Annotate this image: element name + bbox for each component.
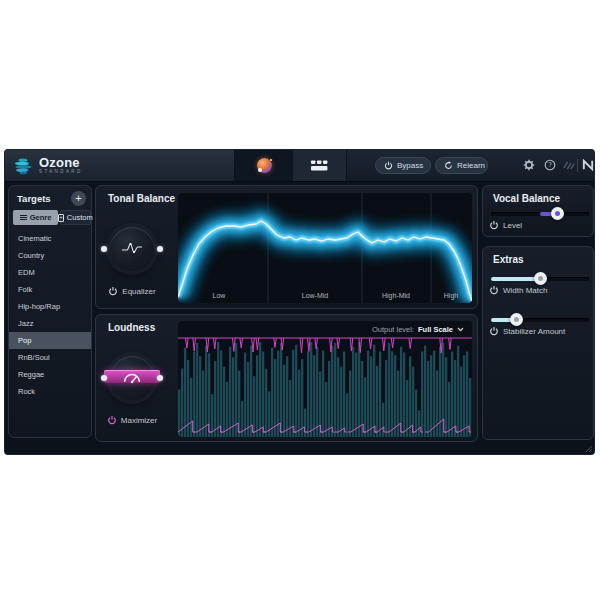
maximizer-label: Maximizer xyxy=(121,416,157,425)
genre-tab-label: Genre xyxy=(30,213,52,222)
vocal-balance-panel: Vocal Balance Level xyxy=(482,185,594,237)
relearn-label: Relearn xyxy=(457,161,485,170)
level-label: Level xyxy=(503,221,522,230)
width-match-power-toggle[interactable] xyxy=(489,285,499,295)
add-target-button[interactable]: + xyxy=(71,191,86,206)
loudness-waveform xyxy=(178,321,472,437)
handle-dot xyxy=(555,211,560,216)
genre-tab[interactable]: Genre xyxy=(13,210,58,225)
assistant-view-tab[interactable] xyxy=(235,150,294,181)
slider-handle[interactable] xyxy=(534,272,547,285)
detailed-view-tab[interactable] xyxy=(293,150,347,181)
band-label-high: High xyxy=(444,292,458,299)
loudness-panel: Loudness Maximizer Output level: xyxy=(95,314,478,442)
bypass-button[interactable]: Bypass xyxy=(375,157,431,174)
spectrum-curve xyxy=(178,193,472,303)
band-label-low-mid: Low-Mid xyxy=(302,292,328,299)
sidebar-item-pop[interactable]: Pop xyxy=(9,332,91,349)
tonal-balance-panel: Tonal Balance Equalizer LowLow-MidHigh-M… xyxy=(95,185,478,309)
maximizer-knob[interactable] xyxy=(110,356,154,400)
ozone-app-window: Ozone STANDARD xyxy=(5,150,594,454)
izotope-mark-icon xyxy=(563,159,575,171)
targets-title: Targets xyxy=(17,193,51,204)
header-divider xyxy=(577,159,578,172)
sidebar-item-hip-hop-rap[interactable]: Hip-hop/Rap xyxy=(9,298,91,315)
handle-dot xyxy=(538,276,543,281)
stabilizer-amount-label: Stabilizer Amount xyxy=(503,327,565,336)
brand-text: Ozone STANDARD xyxy=(39,156,83,175)
app-tier-label: STANDARD xyxy=(39,170,83,175)
stabilizer-power-toggle[interactable] xyxy=(489,326,499,336)
ni-logo-icon xyxy=(582,159,594,171)
add-box-icon: + xyxy=(58,214,64,222)
handle-dot xyxy=(514,317,519,322)
settings-gear-icon[interactable] xyxy=(523,159,535,171)
sidebar-item-edm[interactable]: EDM xyxy=(9,264,91,281)
sidebar-item-rnb-soul[interactable]: RnB/Soul xyxy=(9,349,91,366)
loudness-title: Loudness xyxy=(108,322,155,333)
relearn-button[interactable]: Relearn xyxy=(435,157,488,174)
knob-min-dot xyxy=(101,246,107,252)
width-match-label: Width Match xyxy=(503,286,547,295)
sidebar-item-country[interactable]: Country xyxy=(9,247,91,264)
sidebar-item-cinematic[interactable]: Cinematic xyxy=(9,230,91,247)
stabilizer-amount-slider[interactable] xyxy=(491,313,589,326)
relearn-refresh-icon xyxy=(444,161,453,170)
assistant-sphere-icon xyxy=(257,158,272,173)
targets-header: Targets + xyxy=(9,186,91,208)
vocal-balance-title: Vocal Balance xyxy=(493,193,560,204)
sidebar-item-jazz[interactable]: Jazz xyxy=(9,315,91,332)
eq-curve-icon xyxy=(120,240,144,256)
equalizer-knob[interactable] xyxy=(110,227,154,271)
help-icon[interactable]: ? xyxy=(544,159,556,171)
knob-max-dot xyxy=(157,246,163,252)
sidebar-item-reggae[interactable]: Reggae xyxy=(9,366,91,383)
loudness-display: Output level: Full Scale xyxy=(178,321,472,437)
ozone-logo-icon xyxy=(13,156,33,176)
slider-handle[interactable] xyxy=(551,207,564,220)
svg-text:?: ? xyxy=(548,161,552,168)
header-bar: Ozone STANDARD xyxy=(5,150,594,182)
band-label-low: Low xyxy=(213,292,226,299)
sidebar-item-folk[interactable]: Folk xyxy=(9,281,91,298)
slider-fill xyxy=(491,277,540,281)
vocal-level-slider[interactable] xyxy=(491,207,589,220)
equalizer-power-toggle[interactable] xyxy=(108,286,118,296)
tonal-balance-display: LowLow-MidHigh-MidHigh xyxy=(178,193,472,303)
targets-sidebar: Targets + Genre + Custom CinematicCountr… xyxy=(8,185,92,438)
slider-track[interactable] xyxy=(491,318,589,322)
vocal-power-toggle[interactable] xyxy=(489,220,499,230)
equalizer-label: Equalizer xyxy=(122,287,155,296)
knob-max-dot xyxy=(157,375,163,381)
power-icon xyxy=(384,161,393,170)
chevron-down-icon xyxy=(457,327,464,332)
output-level-label: Output level: xyxy=(372,325,414,334)
slider-track[interactable] xyxy=(491,212,589,216)
app-title: Ozone xyxy=(39,156,83,169)
gauge-icon xyxy=(120,369,144,385)
custom-tab-label: Custom xyxy=(67,213,93,222)
width-match-slider[interactable] xyxy=(491,272,589,285)
resize-grip[interactable] xyxy=(585,445,592,452)
slider-handle[interactable] xyxy=(510,313,523,326)
output-level-dropdown[interactable]: Output level: Full Scale xyxy=(372,325,464,334)
extras-panel: Extras Width Match xyxy=(482,246,594,440)
list-icon xyxy=(20,215,27,220)
knob-min-dot xyxy=(101,375,107,381)
extras-title: Extras xyxy=(493,254,524,265)
modules-view-icon xyxy=(310,159,330,172)
output-level-value: Full Scale xyxy=(418,325,453,334)
slider-track[interactable] xyxy=(491,277,589,281)
brand-section: Ozone STANDARD xyxy=(5,150,235,181)
custom-tab[interactable]: + Custom xyxy=(60,210,91,225)
band-label-high-mid: High-Mid xyxy=(382,292,410,299)
genre-list: CinematicCountryEDMFolkHip-hop/RapJazzPo… xyxy=(9,230,91,400)
tonal-balance-title: Tonal Balance xyxy=(108,193,175,204)
maximizer-power-toggle[interactable] xyxy=(107,415,117,425)
sidebar-item-rock[interactable]: Rock xyxy=(9,383,91,400)
bypass-label: Bypass xyxy=(397,161,423,170)
